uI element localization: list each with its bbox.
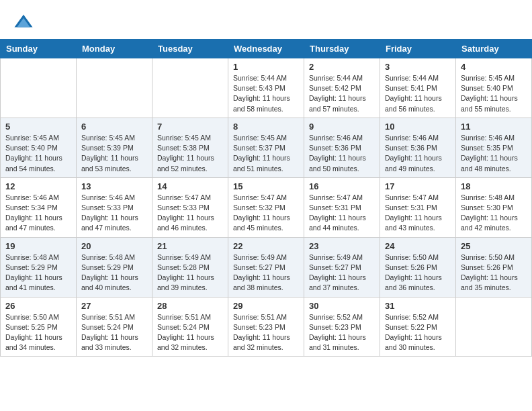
calendar-day-cell: 13Sunrise: 5:46 AM Sunset: 5:33 PM Dayli… bbox=[77, 177, 152, 237]
day-number: 25 bbox=[461, 241, 527, 251]
calendar-day-cell: 7Sunrise: 5:45 AM Sunset: 5:38 PM Daylig… bbox=[152, 118, 228, 177]
calendar-day-cell: 18Sunrise: 5:48 AM Sunset: 5:30 PM Dayli… bbox=[456, 177, 532, 237]
weekday-header-row: SundayMondayTuesdayWednesdayThursdayFrid… bbox=[1, 40, 532, 58]
day-info: Sunrise: 5:49 AM Sunset: 5:27 PM Dayligh… bbox=[233, 253, 299, 293]
day-info: Sunrise: 5:47 AM Sunset: 5:31 PM Dayligh… bbox=[309, 193, 375, 234]
calendar-week-row: 26Sunrise: 5:50 AM Sunset: 5:25 PM Dayli… bbox=[1, 297, 532, 357]
day-info: Sunrise: 5:45 AM Sunset: 5:38 PM Dayligh… bbox=[157, 133, 223, 174]
day-info: Sunrise: 5:50 AM Sunset: 5:26 PM Dayligh… bbox=[385, 253, 451, 293]
calendar-day-cell: 9Sunrise: 5:46 AM Sunset: 5:36 PM Daylig… bbox=[304, 118, 380, 177]
day-info: Sunrise: 5:50 AM Sunset: 5:26 PM Dayligh… bbox=[461, 253, 527, 293]
day-info: Sunrise: 5:44 AM Sunset: 5:43 PM Dayligh… bbox=[233, 73, 299, 114]
day-number: 12 bbox=[5, 181, 71, 191]
calendar-day-cell: 29Sunrise: 5:51 AM Sunset: 5:23 PM Dayli… bbox=[228, 297, 304, 357]
weekday-header-thursday: Thursday bbox=[304, 40, 380, 58]
calendar-day-cell: 17Sunrise: 5:47 AM Sunset: 5:31 PM Dayli… bbox=[380, 177, 456, 237]
day-info: Sunrise: 5:51 AM Sunset: 5:24 PM Dayligh… bbox=[81, 312, 147, 353]
day-number: 21 bbox=[157, 241, 223, 251]
day-number: 31 bbox=[385, 301, 451, 311]
calendar-day-cell: 26Sunrise: 5:50 AM Sunset: 5:25 PM Dayli… bbox=[1, 297, 77, 357]
calendar-day-cell: 16Sunrise: 5:47 AM Sunset: 5:31 PM Dayli… bbox=[304, 177, 380, 237]
day-number: 6 bbox=[81, 122, 147, 132]
weekday-header-saturday: Saturday bbox=[456, 40, 532, 58]
day-info: Sunrise: 5:46 AM Sunset: 5:36 PM Dayligh… bbox=[385, 133, 451, 174]
day-info: Sunrise: 5:45 AM Sunset: 5:39 PM Dayligh… bbox=[81, 133, 147, 174]
calendar-day-cell: 4Sunrise: 5:45 AM Sunset: 5:40 PM Daylig… bbox=[456, 58, 532, 118]
calendar-day-cell: 14Sunrise: 5:47 AM Sunset: 5:33 PM Dayli… bbox=[152, 177, 228, 237]
calendar-table: SundayMondayTuesdayWednesdayThursdayFrid… bbox=[0, 39, 532, 357]
calendar-day-cell: 19Sunrise: 5:48 AM Sunset: 5:29 PM Dayli… bbox=[1, 237, 77, 297]
day-number: 20 bbox=[81, 241, 147, 251]
day-info: Sunrise: 5:51 AM Sunset: 5:23 PM Dayligh… bbox=[233, 312, 299, 353]
day-number: 26 bbox=[5, 301, 71, 311]
day-number: 27 bbox=[81, 301, 147, 311]
day-info: Sunrise: 5:48 AM Sunset: 5:30 PM Dayligh… bbox=[461, 193, 527, 234]
calendar-day-cell: 1Sunrise: 5:44 AM Sunset: 5:43 PM Daylig… bbox=[228, 58, 304, 118]
day-info: Sunrise: 5:47 AM Sunset: 5:31 PM Dayligh… bbox=[385, 193, 451, 234]
calendar-day-cell: 31Sunrise: 5:52 AM Sunset: 5:22 PM Dayli… bbox=[380, 297, 456, 357]
day-number: 24 bbox=[385, 241, 451, 251]
day-number: 29 bbox=[233, 301, 299, 311]
logo-icon bbox=[13, 12, 34, 32]
calendar-week-row: 12Sunrise: 5:46 AM Sunset: 5:34 PM Dayli… bbox=[1, 177, 532, 237]
weekday-header-wednesday: Wednesday bbox=[228, 40, 304, 58]
day-info: Sunrise: 5:48 AM Sunset: 5:29 PM Dayligh… bbox=[81, 253, 147, 293]
page-header bbox=[0, 0, 532, 39]
calendar-empty-cell bbox=[456, 297, 532, 357]
calendar-empty-cell bbox=[77, 58, 152, 118]
day-number: 19 bbox=[5, 241, 71, 251]
calendar-day-cell: 25Sunrise: 5:50 AM Sunset: 5:26 PM Dayli… bbox=[456, 237, 532, 297]
calendar-day-cell: 20Sunrise: 5:48 AM Sunset: 5:29 PM Dayli… bbox=[77, 237, 152, 297]
day-info: Sunrise: 5:52 AM Sunset: 5:22 PM Dayligh… bbox=[385, 312, 451, 353]
calendar-day-cell: 3Sunrise: 5:44 AM Sunset: 5:41 PM Daylig… bbox=[380, 58, 456, 118]
day-number: 18 bbox=[461, 181, 527, 191]
day-info: Sunrise: 5:46 AM Sunset: 5:36 PM Dayligh… bbox=[309, 133, 375, 174]
day-info: Sunrise: 5:48 AM Sunset: 5:29 PM Dayligh… bbox=[5, 253, 71, 293]
calendar-day-cell: 23Sunrise: 5:49 AM Sunset: 5:27 PM Dayli… bbox=[304, 237, 380, 297]
day-info: Sunrise: 5:46 AM Sunset: 5:33 PM Dayligh… bbox=[81, 193, 147, 234]
day-number: 11 bbox=[461, 122, 527, 132]
day-info: Sunrise: 5:52 AM Sunset: 5:23 PM Dayligh… bbox=[309, 312, 375, 353]
day-number: 28 bbox=[157, 301, 223, 311]
calendar-day-cell: 6Sunrise: 5:45 AM Sunset: 5:39 PM Daylig… bbox=[77, 118, 152, 177]
calendar-day-cell: 27Sunrise: 5:51 AM Sunset: 5:24 PM Dayli… bbox=[77, 297, 152, 357]
calendar-day-cell: 10Sunrise: 5:46 AM Sunset: 5:36 PM Dayli… bbox=[380, 118, 456, 177]
day-number: 13 bbox=[81, 181, 147, 191]
calendar-day-cell: 8Sunrise: 5:45 AM Sunset: 5:37 PM Daylig… bbox=[228, 118, 304, 177]
weekday-header-monday: Monday bbox=[77, 40, 152, 58]
calendar-week-row: 5Sunrise: 5:45 AM Sunset: 5:40 PM Daylig… bbox=[1, 118, 532, 177]
day-info: Sunrise: 5:45 AM Sunset: 5:37 PM Dayligh… bbox=[233, 133, 299, 174]
weekday-header-sunday: Sunday bbox=[1, 40, 77, 58]
day-number: 9 bbox=[309, 122, 375, 132]
calendar-day-cell: 24Sunrise: 5:50 AM Sunset: 5:26 PM Dayli… bbox=[380, 237, 456, 297]
day-number: 17 bbox=[385, 181, 451, 191]
day-info: Sunrise: 5:47 AM Sunset: 5:33 PM Dayligh… bbox=[157, 193, 223, 234]
day-number: 10 bbox=[385, 122, 451, 132]
day-info: Sunrise: 5:49 AM Sunset: 5:28 PM Dayligh… bbox=[157, 253, 223, 293]
calendar-week-row: 1Sunrise: 5:44 AM Sunset: 5:43 PM Daylig… bbox=[1, 58, 532, 118]
day-number: 16 bbox=[309, 181, 375, 191]
day-info: Sunrise: 5:46 AM Sunset: 5:34 PM Dayligh… bbox=[5, 193, 71, 234]
calendar-empty-cell bbox=[152, 58, 228, 118]
calendar-day-cell: 15Sunrise: 5:47 AM Sunset: 5:32 PM Dayli… bbox=[228, 177, 304, 237]
day-number: 22 bbox=[233, 241, 299, 251]
calendar-day-cell: 12Sunrise: 5:46 AM Sunset: 5:34 PM Dayli… bbox=[1, 177, 77, 237]
day-number: 3 bbox=[385, 62, 451, 72]
calendar-day-cell: 11Sunrise: 5:46 AM Sunset: 5:35 PM Dayli… bbox=[456, 118, 532, 177]
day-number: 15 bbox=[233, 181, 299, 191]
day-number: 1 bbox=[233, 62, 299, 72]
calendar-empty-cell bbox=[1, 58, 77, 118]
day-number: 7 bbox=[157, 122, 223, 132]
day-info: Sunrise: 5:49 AM Sunset: 5:27 PM Dayligh… bbox=[309, 253, 375, 293]
day-info: Sunrise: 5:46 AM Sunset: 5:35 PM Dayligh… bbox=[461, 133, 527, 174]
day-info: Sunrise: 5:50 AM Sunset: 5:25 PM Dayligh… bbox=[5, 312, 71, 353]
day-info: Sunrise: 5:47 AM Sunset: 5:32 PM Dayligh… bbox=[233, 193, 299, 234]
day-number: 2 bbox=[309, 62, 375, 72]
calendar-day-cell: 21Sunrise: 5:49 AM Sunset: 5:28 PM Dayli… bbox=[152, 237, 228, 297]
calendar-day-cell: 2Sunrise: 5:44 AM Sunset: 5:42 PM Daylig… bbox=[304, 58, 380, 118]
weekday-header-tuesday: Tuesday bbox=[152, 40, 228, 58]
calendar-day-cell: 30Sunrise: 5:52 AM Sunset: 5:23 PM Dayli… bbox=[304, 297, 380, 357]
day-number: 5 bbox=[5, 122, 71, 132]
calendar-day-cell: 5Sunrise: 5:45 AM Sunset: 5:40 PM Daylig… bbox=[1, 118, 77, 177]
day-info: Sunrise: 5:45 AM Sunset: 5:40 PM Dayligh… bbox=[5, 133, 71, 174]
